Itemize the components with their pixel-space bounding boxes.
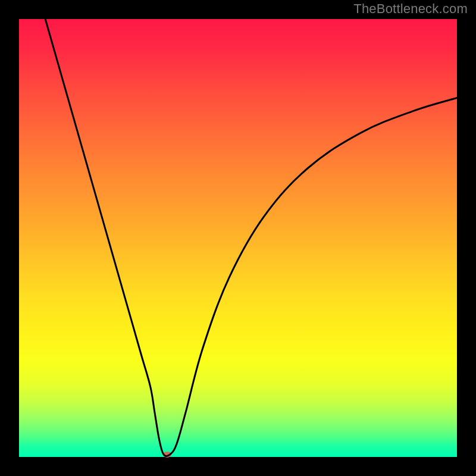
plot-area (19, 19, 457, 457)
watermark-text: TheBottleneck.com (353, 1, 468, 17)
chart-frame: TheBottleneck.com (0, 0, 476, 476)
bottleneck-curve (19, 19, 457, 457)
